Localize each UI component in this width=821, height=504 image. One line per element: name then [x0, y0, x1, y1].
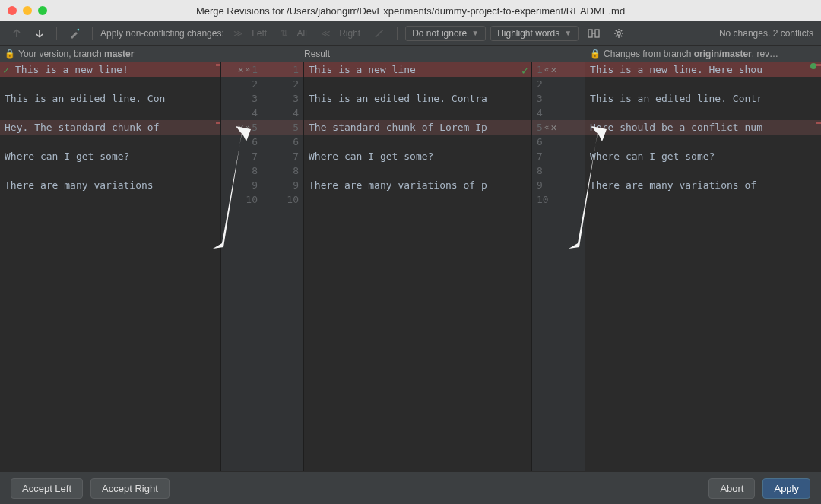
right-pane[interactable]: This is a new line. Here shou This is an…: [585, 62, 821, 471]
titlebar: Merge Revisions for /Users/jahongirr/Dev…: [0, 0, 821, 21]
left-pane-header: 🔒 Your version, branch master: [0, 46, 220, 62]
accept-check-icon: ✓: [521, 64, 528, 78]
accept-right-button[interactable]: Accept Right: [90, 478, 170, 499]
apply-button[interactable]: Apply: [762, 478, 810, 499]
code-line: [0, 163, 220, 178]
svg-point-4: [617, 31, 620, 34]
result-pane-header: Result: [304, 46, 532, 62]
insert-right-icon[interactable]: »: [246, 120, 251, 135]
result-pane[interactable]: This is a new line This is an edited lin…: [304, 62, 532, 471]
code-line: [585, 163, 821, 178]
code-line: [585, 135, 821, 149]
code-line: Where can I get some?: [0, 149, 220, 163]
insert-left-icon[interactable]: «: [544, 62, 550, 77]
right-gutter: 1«✕ 2 3 4 5«✕ 6 7 8 9 10: [532, 62, 585, 471]
code-line: [0, 135, 220, 149]
code-line: Hey. The standard chunk of: [0, 120, 220, 135]
reject-icon[interactable]: ✕: [550, 62, 556, 77]
code-line: This is a new line!: [0, 62, 220, 77]
code-line: [304, 77, 531, 91]
minimize-window-button[interactable]: [23, 6, 32, 15]
code-line: Where can I get some?: [585, 149, 821, 163]
reject-icon[interactable]: ✕: [238, 62, 244, 77]
right-header-text: Changes from branch origin/master, rev…: [604, 49, 778, 59]
code-line: [304, 106, 531, 120]
lock-icon: 🔒: [590, 49, 601, 59]
apply-all-button[interactable]: ⇅ All: [276, 27, 312, 40]
code-line: There are many variations of p: [304, 178, 531, 192]
apply-right-button[interactable]: ≪ Right: [316, 27, 365, 40]
code-line: This is a new line: [304, 62, 531, 77]
code-line: [585, 106, 821, 120]
svg-point-1: [382, 30, 383, 31]
code-line: [0, 106, 220, 120]
apply-left-button[interactable]: ≫ Left: [229, 27, 271, 40]
reject-icon[interactable]: ✕: [550, 120, 556, 135]
code-line: Where can I get some?: [304, 149, 531, 163]
zoom-window-button[interactable]: [38, 6, 47, 15]
code-line: The standard chunk of Lorem Ip: [304, 120, 531, 135]
window-title: Merge Revisions for /Users/jahongirr/Dev…: [8, 5, 813, 17]
code-line: [304, 163, 531, 178]
pane-headers: 🔒 Your version, branch master Result 🔒 C…: [0, 46, 821, 62]
insert-left-icon[interactable]: «: [544, 120, 550, 135]
svg-point-0: [78, 28, 79, 30]
code-line: This is a new line. Here shou: [585, 62, 821, 77]
code-line: [585, 77, 821, 91]
accept-left-button[interactable]: Accept Left: [11, 478, 83, 499]
abort-button[interactable]: Abort: [708, 478, 755, 499]
code-line: This is an edited line. Contra: [304, 91, 531, 106]
code-line: There are many variations: [0, 178, 220, 192]
svg-rect-2: [588, 30, 592, 37]
reject-icon[interactable]: ✕: [238, 120, 244, 135]
svg-rect-3: [595, 30, 599, 37]
right-pane-header: 🔒 Changes from branch origin/master, rev…: [585, 46, 821, 62]
highlight-dropdown[interactable]: Highlight words▼: [490, 26, 579, 41]
close-window-button[interactable]: [8, 6, 17, 15]
merge-toolbar: Apply non-conflicting changes: ≫ Left ⇅ …: [0, 21, 821, 46]
wand-button[interactable]: [369, 27, 389, 40]
code-line: [0, 77, 220, 91]
apply-nonconflicting-label: Apply non-conflicting changes:: [100, 28, 224, 39]
insert-right-icon[interactable]: »: [246, 62, 251, 77]
dialog-footer: Accept Left Accept Right Abort Apply: [0, 471, 821, 504]
next-diff-button[interactable]: [30, 27, 49, 40]
left-header-text: Your version, branch master: [18, 49, 134, 59]
prev-diff-button[interactable]: [8, 27, 26, 40]
merge-editor: ✓ This is a new line! This is an edited …: [0, 62, 821, 471]
accept-check-icon: ✓: [3, 63, 9, 78]
left-pane[interactable]: ✓ This is a new line! This is an edited …: [0, 62, 220, 471]
left-gutter: ✕»1 2 3 4 ✕»5 6 7 8 9 10: [220, 62, 262, 471]
code-line: There are many variations of: [585, 178, 821, 192]
code-line: Here should be a conflict num: [585, 120, 821, 135]
conflict-status: No changes. 2 conflicts: [719, 28, 813, 39]
code-line: This is an edited line. Contr: [585, 91, 821, 106]
result-gutter: 1 2 3 4 5 6 7 8 9 10: [262, 62, 304, 471]
ignore-dropdown[interactable]: Do not ignore▼: [405, 26, 486, 41]
code-line: [304, 135, 531, 149]
code-line: This is an edited line. Con: [0, 91, 220, 106]
sync-scroll-button[interactable]: [583, 27, 604, 40]
settings-button[interactable]: [609, 27, 629, 40]
marker-dot-icon: [810, 63, 816, 69]
magic-resolve-button[interactable]: [65, 27, 84, 40]
lock-icon: 🔒: [5, 49, 15, 59]
